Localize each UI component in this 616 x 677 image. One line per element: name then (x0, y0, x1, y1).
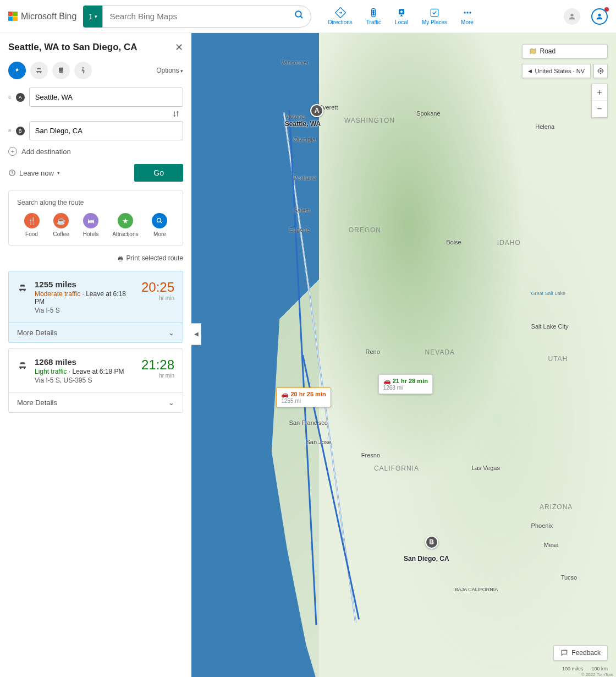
waypoint-b-marker: B (16, 127, 25, 135)
svg-point-28 (24, 290, 25, 292)
print-route-link[interactable]: Print selected route (8, 254, 183, 263)
options-link[interactable]: Options (156, 67, 183, 74)
marker-b-label: San Diego, CA (404, 555, 449, 563)
car-icon (17, 282, 28, 314)
svg-point-13 (570, 13, 573, 16)
feedback-button[interactable]: Feedback (553, 645, 608, 660)
search-icon[interactable] (294, 10, 304, 23)
search-input[interactable] (109, 12, 294, 21)
map-marker-b[interactable]: B (425, 536, 438, 549)
bing-logo[interactable]: Microsoft Bing (8, 12, 76, 21)
more-search-icon (152, 213, 167, 228)
route-distance: 1268 miles (35, 357, 135, 367)
location-breadcrumb[interactable]: ◀ United States · NV (522, 64, 591, 78)
svg-point-16 (40, 72, 41, 73)
collapse-panel-button[interactable]: ◀ (191, 323, 201, 345)
notifications-avatar[interactable] (591, 8, 608, 25)
header: Microsoft Bing 1 Directions Traffic Loca… (0, 0, 616, 33)
mode-transit[interactable] (52, 62, 70, 79)
svg-point-19 (62, 71, 62, 72)
nav-my-places[interactable]: My Places (422, 7, 447, 25)
mode-walking[interactable] (74, 62, 92, 79)
swap-waypoints-icon[interactable] (8, 110, 183, 118)
mode-driving[interactable] (8, 62, 26, 79)
route-title: Seattle, WA to San Diego, CA (8, 42, 138, 53)
svg-point-5 (373, 12, 375, 14)
more-details-toggle[interactable]: More Details ⌄ (9, 323, 183, 342)
more-details-toggle[interactable]: More Details ⌄ (9, 392, 183, 412)
map-marker-a[interactable]: A (310, 104, 323, 117)
scale-bar: 100 miles 100 km (562, 666, 608, 671)
close-icon[interactable]: ✕ (175, 41, 183, 53)
route-via: Via I-5 S (35, 307, 135, 314)
add-destination-button[interactable]: + Add destination (8, 147, 183, 156)
route-option-1[interactable]: 1255 miles Moderate traffic · Leave at 6… (8, 271, 183, 343)
nav-local[interactable]: Local (395, 7, 408, 25)
route-duration: 20:25 (141, 280, 174, 295)
car-icon (17, 360, 28, 384)
search-route-title: Search along the route (17, 199, 174, 206)
map-style-selector[interactable]: Road (522, 44, 608, 58)
chevron-down-icon: ⌄ (168, 398, 174, 407)
svg-rect-26 (119, 259, 122, 261)
search-scope-dropdown[interactable]: 1 (83, 6, 102, 28)
route-tooltip-primary[interactable]: 🚗 20 hr 25 min 1255 mi (276, 387, 331, 407)
nav-directions[interactable]: Directions (328, 7, 352, 25)
category-more[interactable]: More (152, 213, 167, 237)
svg-point-18 (59, 71, 60, 72)
chevron-down-icon: ⌄ (168, 329, 174, 337)
svg-point-12 (469, 12, 471, 13)
attractions-icon: ★ (118, 213, 133, 228)
svg-point-10 (464, 12, 465, 13)
svg-point-11 (466, 12, 468, 13)
plus-icon: + (8, 147, 17, 156)
svg-point-20 (82, 67, 84, 69)
copyright-text: © 2022 TomTom (581, 672, 613, 677)
waypoint-b-input[interactable] (29, 121, 183, 140)
route-option-2[interactable]: 1268 miles Light traffic · Leave at 6:18… (8, 348, 183, 413)
zoom-out-button[interactable]: − (592, 101, 607, 117)
crosshair-icon (597, 67, 604, 75)
nav-traffic[interactable]: Traffic (366, 7, 381, 25)
map-canvas[interactable]: A Seattle, WA B San Diego, CA Vancouver … (191, 33, 616, 677)
route-distance: 1255 miles (35, 280, 135, 289)
svg-point-8 (400, 10, 403, 13)
chat-icon (560, 649, 568, 657)
logo-text: Microsoft Bing (21, 12, 76, 21)
svg-rect-25 (119, 256, 122, 257)
leave-now-dropdown[interactable]: Leave now (8, 169, 60, 177)
marker-a-label: Seattle, WA (285, 120, 321, 128)
svg-point-4 (373, 10, 375, 12)
svg-rect-17 (59, 68, 63, 73)
locate-me-button[interactable] (593, 64, 608, 78)
account-avatar[interactable] (564, 8, 580, 25)
category-attractions[interactable]: ★ Attractions (112, 213, 138, 237)
svg-point-14 (598, 13, 601, 16)
drag-handle-icon[interactable]: ≡ (8, 94, 12, 100)
category-hotels[interactable]: 🛏 Hotels (83, 213, 98, 237)
route-tooltip-alt[interactable]: 🚗 21 hr 28 min 1268 mi (378, 374, 433, 394)
map-icon (529, 47, 537, 55)
zoom-in-button[interactable]: + (592, 84, 607, 101)
go-button[interactable]: Go (134, 164, 183, 182)
svg-rect-9 (431, 9, 438, 16)
food-icon: 🍴 (24, 213, 40, 228)
drag-handle-icon[interactable]: ≡ (8, 128, 12, 134)
directions-panel: Seattle, WA to San Diego, CA ✕ Options (0, 33, 191, 677)
mode-car[interactable] (30, 62, 48, 79)
svg-point-0 (296, 11, 302, 17)
coffee-icon: ☕ (53, 213, 69, 228)
svg-point-6 (373, 14, 375, 15)
svg-line-23 (161, 222, 162, 223)
route-via: Via I-5 S, US-395 S (35, 376, 135, 384)
waypoint-a-input[interactable] (29, 88, 183, 107)
category-coffee[interactable]: ☕ Coffee (53, 213, 69, 237)
svg-point-15 (37, 72, 38, 73)
route-duration: 21:28 (141, 357, 174, 373)
waypoint-a-marker: A (16, 93, 25, 102)
search-box (102, 6, 311, 28)
svg-line-1 (301, 16, 303, 18)
nav-more[interactable]: More (461, 7, 474, 25)
svg-point-22 (157, 219, 161, 222)
category-food[interactable]: 🍴 Food (24, 213, 40, 237)
